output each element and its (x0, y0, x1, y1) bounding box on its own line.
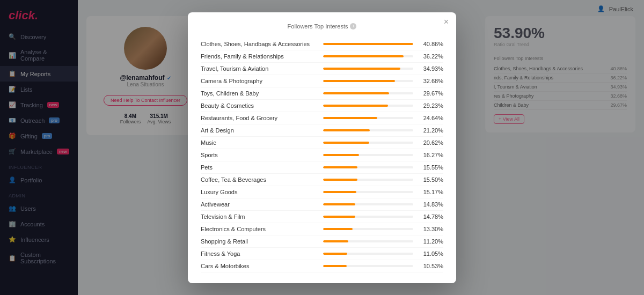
interest-pct-6: 24.64% (418, 115, 443, 121)
interest-bar-2 (323, 68, 400, 70)
interest-name-8: Music (201, 139, 319, 146)
interest-bar-6 (323, 117, 377, 119)
interest-bar-15 (323, 228, 353, 230)
interest-name-9: Sports (201, 152, 319, 158)
interest-item-13: Activewear14.83% (201, 198, 443, 211)
interest-name-5: Beauty & Cosmetics (201, 102, 319, 109)
interest-name-0: Clothes, Shoes, Handbags & Accessories (201, 41, 319, 47)
interest-bar-13 (323, 203, 355, 205)
interest-pct-14: 14.78% (418, 213, 443, 220)
interest-bar-11 (323, 179, 357, 181)
interest-bar-3 (323, 80, 395, 82)
interest-bar-12 (323, 191, 356, 193)
interest-bar-14 (323, 216, 355, 218)
interest-pct-7: 21.20% (418, 127, 443, 134)
interest-bar-container-16 (323, 240, 413, 242)
interest-bar-7 (323, 129, 370, 131)
interest-bar-container-2 (323, 68, 413, 70)
interest-name-10: Pets (201, 164, 319, 171)
interest-bar-container-15 (323, 228, 413, 230)
interest-bar-container-14 (323, 216, 413, 218)
interest-pct-8: 20.62% (418, 139, 443, 146)
modal-title: Followers Top Interests i (201, 23, 443, 30)
interest-name-6: Restaurants, Food & Grocery (201, 115, 319, 121)
interest-name-3: Camera & Photography (201, 78, 319, 84)
interest-item-11: Coffee, Tea & Beverages15.50% (201, 174, 443, 186)
interest-item-3: Camera & Photography32.68% (201, 75, 443, 87)
interest-name-15: Electronics & Computers (201, 226, 319, 232)
interest-pct-1: 36.22% (418, 53, 443, 60)
interest-item-16: Shopping & Retail11.20% (201, 235, 443, 248)
interest-item-15: Electronics & Computers13.30% (201, 223, 443, 235)
interest-item-4: Toys, Children & Baby29.67% (201, 87, 443, 100)
interest-bar-1 (323, 55, 404, 57)
interest-item-12: Luxury Goods15.17% (201, 186, 443, 198)
modal-dialog: × Followers Top Interests i Clothes, Sho… (188, 12, 456, 283)
modal-overlay: × Followers Top Interests i Clothes, Sho… (0, 0, 644, 295)
interest-pct-15: 13.30% (418, 226, 443, 232)
interest-bar-container-17 (323, 253, 413, 255)
interest-item-18: Cars & Motorbikes10.53% (201, 260, 443, 272)
interest-name-2: Travel, Tourism & Aviation (201, 65, 319, 72)
interest-item-1: Friends, Family & Relationships36.22% (201, 50, 443, 63)
interest-bar-container-9 (323, 154, 413, 156)
interest-item-5: Beauty & Cosmetics29.23% (201, 100, 443, 112)
interest-pct-2: 34.93% (418, 65, 443, 72)
interest-pct-9: 16.27% (418, 152, 443, 158)
interest-item-6: Restaurants, Food & Grocery24.64% (201, 112, 443, 124)
interest-bar-container-10 (323, 166, 413, 168)
interest-pct-17: 11.05% (418, 250, 443, 257)
interest-item-10: Pets15.55% (201, 161, 443, 174)
interest-bar-container-0 (323, 43, 413, 45)
interest-pct-11: 15.50% (418, 176, 443, 183)
interest-name-11: Coffee, Tea & Beverages (201, 176, 319, 183)
interest-pct-0: 40.86% (418, 41, 443, 47)
interest-bar-container-13 (323, 203, 413, 205)
interest-item-17: Fitness & Yoga11.05% (201, 248, 443, 260)
interest-bar-container-18 (323, 265, 413, 267)
interest-pct-4: 29.67% (418, 90, 443, 97)
modal-close-button[interactable]: × (444, 18, 449, 26)
interest-item-8: Music20.62% (201, 137, 443, 149)
interest-name-16: Shopping & Retail (201, 238, 319, 245)
interest-name-1: Friends, Family & Relationships (201, 53, 319, 60)
interest-bar-container-11 (323, 179, 413, 181)
interest-name-7: Art & Design (201, 127, 319, 134)
interests-list: Clothes, Shoes, Handbags & Accessories40… (201, 38, 443, 272)
interest-bar-4 (323, 92, 389, 94)
interest-item-2: Travel, Tourism & Aviation34.93% (201, 63, 443, 75)
interest-bar-container-3 (323, 80, 413, 82)
interest-name-12: Luxury Goods (201, 189, 319, 195)
interest-pct-12: 15.17% (418, 189, 443, 195)
interest-bar-container-1 (323, 55, 413, 57)
interest-name-18: Cars & Motorbikes (201, 263, 319, 269)
interest-pct-13: 14.83% (418, 201, 443, 208)
interest-bar-8 (323, 142, 369, 144)
interest-name-13: Activewear (201, 201, 319, 208)
interest-bar-16 (323, 240, 348, 242)
interest-pct-16: 11.20% (418, 238, 443, 245)
interest-bar-container-7 (323, 129, 413, 131)
info-icon: i (350, 23, 356, 30)
interest-bar-container-8 (323, 142, 413, 144)
interest-bar-18 (323, 265, 347, 267)
interest-bar-container-6 (323, 117, 413, 119)
interest-bar-container-4 (323, 92, 413, 94)
interest-item-9: Sports16.27% (201, 149, 443, 161)
interest-name-17: Fitness & Yoga (201, 250, 319, 257)
interest-pct-18: 10.53% (418, 263, 443, 269)
interest-pct-5: 29.23% (418, 102, 443, 109)
interest-name-4: Toys, Children & Baby (201, 90, 319, 97)
interest-pct-3: 32.68% (418, 78, 443, 84)
interest-bar-0 (323, 43, 413, 45)
interest-pct-10: 15.55% (418, 164, 443, 171)
interest-bar-container-5 (323, 105, 413, 107)
interest-item-0: Clothes, Shoes, Handbags & Accessories40… (201, 38, 443, 50)
interest-item-7: Art & Design21.20% (201, 124, 443, 137)
interest-bar-5 (323, 105, 388, 107)
interest-item-14: Television & Film14.78% (201, 211, 443, 223)
interest-name-14: Television & Film (201, 213, 319, 220)
interest-bar-17 (323, 253, 347, 255)
interest-bar-container-12 (323, 191, 413, 193)
interest-bar-9 (323, 154, 359, 156)
